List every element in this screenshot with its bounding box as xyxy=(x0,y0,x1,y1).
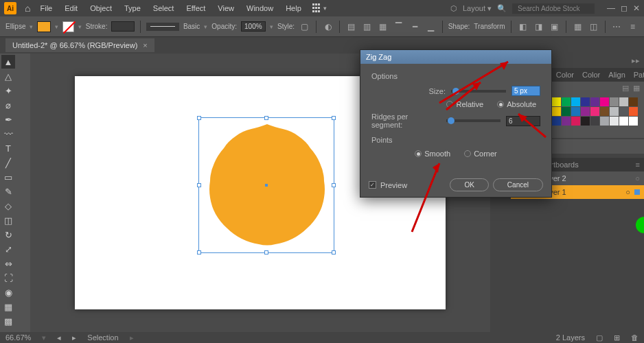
size-input[interactable] xyxy=(511,86,540,96)
lasso-tool[interactable]: ⌀ xyxy=(1,98,15,112)
handle-mid-right[interactable] xyxy=(332,183,336,187)
artboard-nav-prev-icon[interactable]: ◂ xyxy=(57,333,61,342)
size-slider[interactable] xyxy=(451,90,506,93)
handle-top-mid[interactable] xyxy=(264,116,268,120)
align-right-icon[interactable]: ▦ xyxy=(377,21,389,33)
paintbrush-tool[interactable]: ✎ xyxy=(1,185,15,198)
line-tool[interactable]: ╱ xyxy=(1,156,15,169)
layers-panel-menu-icon[interactable]: ≡ xyxy=(632,158,644,172)
shape-button[interactable]: Shape: xyxy=(448,23,470,30)
transform-button[interactable]: Transform xyxy=(474,23,505,30)
handle-bottom-mid[interactable] xyxy=(264,250,268,255)
corner-radio[interactable]: Corner xyxy=(464,150,497,158)
zoom-level[interactable]: 66.67% xyxy=(5,333,31,342)
swatch-color[interactable] xyxy=(629,97,638,106)
rotate-tool[interactable]: ↻ xyxy=(1,228,15,241)
shaper-tool[interactable]: ◇ xyxy=(1,199,15,213)
menu-effect[interactable]: Effect xyxy=(181,1,211,15)
shape-builder-tool[interactable]: ◉ xyxy=(1,285,15,299)
swatch-color[interactable] xyxy=(562,117,571,126)
swatch-color[interactable] xyxy=(562,107,571,116)
layer-target-icon[interactable]: ○ xyxy=(625,188,630,196)
swatch-color[interactable] xyxy=(581,97,590,106)
home-icon[interactable]: ⌂ xyxy=(25,3,30,14)
new-layer-icon[interactable]: ⊞ xyxy=(614,333,620,342)
swatch-color[interactable] xyxy=(619,107,628,116)
menu-file[interactable]: File xyxy=(34,1,58,15)
brush-definition[interactable] xyxy=(146,23,179,31)
menu-window[interactable]: Window xyxy=(241,1,279,15)
search-input[interactable]: Search Adobe Stock xyxy=(512,3,595,14)
swatch-color[interactable] xyxy=(600,107,609,116)
curvature-tool[interactable]: 〰 xyxy=(1,127,15,141)
handle-bottom-left[interactable] xyxy=(197,250,201,255)
menu-help[interactable]: Help xyxy=(280,1,307,15)
close-icon[interactable]: ✕ xyxy=(633,3,640,13)
swatch-color[interactable] xyxy=(552,107,561,116)
menu-edit[interactable]: Edit xyxy=(59,1,83,15)
more-options-icon[interactable]: ⋯ xyxy=(611,21,623,33)
handle-top-left[interactable] xyxy=(197,116,201,120)
maximize-icon[interactable]: ◻ xyxy=(621,3,628,13)
perspective-grid-tool[interactable]: ▦ xyxy=(1,300,15,314)
recolor-icon[interactable]: ◐ xyxy=(322,21,334,33)
eraser-tool[interactable]: ◫ xyxy=(1,213,15,227)
swatch-color[interactable] xyxy=(571,97,580,106)
crop-icon[interactable]: ◫ xyxy=(588,21,599,33)
stroke-weight-input[interactable] xyxy=(111,21,135,32)
relative-radio[interactable]: Relative xyxy=(446,100,483,108)
menu-select[interactable]: Select xyxy=(148,1,180,15)
artboard-nav-next-icon[interactable]: ▸ xyxy=(72,333,76,342)
swatch-color[interactable] xyxy=(552,117,561,126)
opacity-input[interactable] xyxy=(241,21,266,32)
edit-contents-icon[interactable]: ▣ xyxy=(549,21,560,33)
delete-layer-icon[interactable]: 🗑 xyxy=(631,333,639,342)
gpu-icon[interactable]: ⬡ xyxy=(450,4,457,13)
swatch-color[interactable] xyxy=(610,107,619,116)
layer-nav-icon[interactable]: ▢ xyxy=(596,333,603,342)
align-middle-icon[interactable]: ━ xyxy=(409,21,421,33)
swatch-color[interactable] xyxy=(610,97,619,106)
swatch-color[interactable] xyxy=(581,117,590,126)
magic-wand-tool[interactable]: ✦ xyxy=(1,84,15,97)
menu-view[interactable]: View xyxy=(212,1,240,15)
align-center-icon[interactable]: ▥ xyxy=(361,21,373,33)
minimize-icon[interactable]: — xyxy=(607,3,615,13)
scale-tool[interactable]: ⤢ xyxy=(1,242,15,256)
menu-object[interactable]: Object xyxy=(84,1,117,15)
swatch-color[interactable] xyxy=(600,97,609,106)
align-top-icon[interactable]: ▔ xyxy=(393,21,404,33)
expand-panels-icon[interactable]: ▸▸ xyxy=(632,56,640,65)
rectangle-tool[interactable]: ▭ xyxy=(1,170,15,184)
style-swatch[interactable]: ▢ xyxy=(299,21,310,33)
workspace-switcher[interactable]: Layout ▾ xyxy=(463,4,492,13)
absolute-radio[interactable]: Absolute xyxy=(497,100,536,108)
layer-target-icon[interactable]: ○ xyxy=(635,174,640,182)
swatch-color[interactable] xyxy=(629,117,638,126)
swatch-color[interactable] xyxy=(571,107,580,116)
tab-color-guide[interactable]: Color xyxy=(578,68,604,82)
swatch-color[interactable] xyxy=(581,107,590,116)
fill-swatch[interactable] xyxy=(37,21,50,32)
swatch-color[interactable] xyxy=(610,117,619,126)
direct-selection-tool[interactable]: △ xyxy=(1,69,15,83)
menu-type[interactable]: Type xyxy=(119,1,146,15)
free-transform-tool[interactable]: ⛶ xyxy=(1,271,15,285)
arrange-documents-icon[interactable] xyxy=(312,3,322,13)
tab-color[interactable]: Color xyxy=(552,68,578,82)
perspective-icon[interactable]: ▦ xyxy=(572,21,584,33)
swatch-color[interactable] xyxy=(600,117,609,126)
stroke-swatch[interactable] xyxy=(62,21,74,32)
swatch-color[interactable] xyxy=(552,97,561,106)
selection-bounding-box[interactable] xyxy=(198,117,334,253)
document-tab[interactable]: Untitled-2* @ 66.67% (RGB/Preview) × xyxy=(5,38,154,52)
mesh-tool[interactable]: ▩ xyxy=(1,314,15,328)
swatch-color[interactable] xyxy=(619,97,628,106)
type-tool[interactable]: T xyxy=(1,141,15,155)
tab-pathfinder[interactable]: Pathfi xyxy=(630,68,644,82)
handle-top-right[interactable] xyxy=(332,116,336,120)
ok-button[interactable]: OK xyxy=(450,178,488,191)
smooth-radio[interactable]: Smooth xyxy=(415,150,450,158)
cancel-button[interactable]: Cancel xyxy=(493,178,543,191)
ridges-input[interactable] xyxy=(506,116,540,126)
